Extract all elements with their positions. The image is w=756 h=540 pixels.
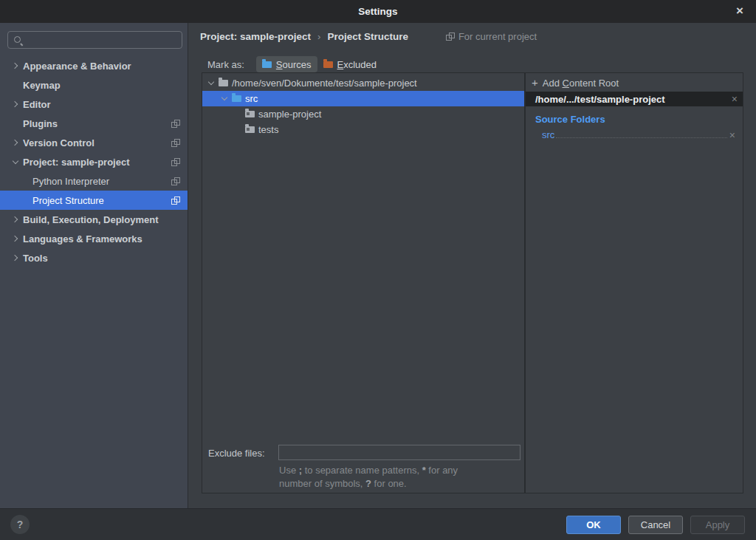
scope-indicator: For current project [446,31,537,42]
chevron-right-icon[interactable] [12,63,18,69]
chevron-down-icon[interactable] [208,79,214,85]
content-root-path: /home/.../test/sample-project [535,94,732,105]
chevron-right-icon[interactable] [12,140,18,146]
sidebar-item-appearance-behavior[interactable]: Appearance & Behavior [0,56,188,75]
add-content-root-label: Add Content Root [543,78,619,89]
footer-buttons: OK Cancel Apply [566,516,745,534]
project-tree: /home/sven/Dokumente/test/sample-project… [202,75,524,137]
tree-row-label: tests [258,124,278,135]
sidebar-item-label: Plugins [23,118,58,129]
folder-icon [219,80,228,86]
sidebar-item-plugins[interactable]: Plugins [0,114,188,133]
mark-as-row: Mark as: Sources Excluded [207,56,382,72]
mark-sources-button[interactable]: Sources [256,56,317,72]
add-content-root-button[interactable]: + Add Content Root [526,75,743,90]
source-folder-row[interactable]: src × [526,127,743,141]
help-button[interactable]: ? [10,515,30,534]
search-input[interactable] [26,35,182,46]
sidebar-item-label: Project: sample-project [23,157,130,168]
settings-sidebar: Appearance & Behavior Keymap Editor Plug… [0,23,188,508]
breadcrumb-separator-icon: › [317,31,320,42]
tree-row-src[interactable]: src [202,91,524,106]
close-icon[interactable]: × [731,2,749,20]
apply-button[interactable]: Apply [690,516,745,534]
ok-button[interactable]: OK [566,516,621,534]
sidebar-item-label: Appearance & Behavior [23,61,131,72]
content-root-row[interactable]: /home/.../test/sample-project × [526,92,743,106]
remove-content-root-icon[interactable]: × [732,93,738,105]
tree-row-label: /home/sven/Dokumente/test/sample-project [232,78,417,89]
sidebar-item-tools[interactable]: Tools [0,248,188,267]
content-root-panel: + Add Content Root /home/.../test/sample… [525,72,743,493]
sidebar-item-version-control[interactable]: Version Control [0,133,188,152]
mark-sources-label: Sources [276,59,312,70]
excluded-folder-icon [323,61,333,68]
sidebar-item-project-structure[interactable]: Project Structure [0,191,188,210]
breadcrumb: Project: sample-project › Project Struct… [200,29,537,44]
chevron-right-icon[interactable] [12,236,18,242]
sidebar-item-label: Python Interpreter [32,176,109,187]
folder-icon [245,111,255,117]
project-tree-panel: /home/sven/Dokumente/test/sample-project… [202,72,525,493]
dialog-footer: ? OK Cancel Apply [0,508,756,540]
sidebar-item-label: Editor [23,99,51,110]
chevron-right-icon[interactable] [12,216,18,222]
exclude-hint-line2: number of symbols, ? for one. [279,478,407,489]
tree-row-tests[interactable]: tests [202,122,524,137]
help-icon: ? [17,519,24,530]
scope-label: For current project [458,31,537,42]
sidebar-item-editor[interactable]: Editor [0,95,188,114]
search-icon [13,35,23,45]
main-content: Project: sample-project › Project Struct… [188,23,756,508]
chevron-right-icon[interactable] [12,101,18,107]
source-folder-name: src [542,129,554,141]
dialog-title: Settings [358,6,397,17]
project-level-icon [171,120,179,128]
sidebar-list: Appearance & Behavior Keymap Editor Plug… [0,56,188,267]
folder-icon [245,126,255,133]
sidebar-item-label: Languages & Frameworks [23,233,142,245]
tree-row-sample-project[interactable]: sample-project [202,106,524,122]
exclude-files-input[interactable] [278,445,520,460]
source-folder-icon [232,95,241,102]
exclude-files-label: Exclude files: [208,448,265,459]
add-icon: + [532,77,538,88]
sidebar-item-build-execution-deployment[interactable]: Build, Execution, Deployment [0,210,188,229]
breadcrumb-project: Project: sample-project [200,31,311,42]
sidebar-item-project-sample-project[interactable]: Project: sample-project [0,152,188,171]
project-level-icon [171,177,179,185]
mark-as-label: Mark as: [207,59,244,70]
sidebar-item-keymap[interactable]: Keymap [0,75,188,95]
chevron-right-icon[interactable] [12,255,18,261]
sidebar-item-label: Project Structure [32,195,104,206]
tree-row-content-root[interactable]: /home/sven/Dokumente/test/sample-project [202,75,524,91]
source-folders-heading: Source Folders [535,114,605,125]
chevron-down-icon[interactable] [221,95,227,100]
mark-excluded-label: Excluded [337,59,377,70]
chevron-down-icon[interactable] [13,157,18,163]
sidebar-item-label: Keymap [23,80,61,91]
exclude-hint-line1: Use ; to separate name patterns, * for a… [279,465,458,476]
sidebar-item-label: Build, Execution, Deployment [23,214,158,225]
sidebar-item-python-interpreter[interactable]: Python Interpreter [0,171,188,191]
mark-excluded-button[interactable]: Excluded [317,56,382,72]
tree-row-label: sample-project [258,109,321,120]
project-level-icon [171,196,179,205]
project-level-icon [171,139,179,147]
search-box[interactable] [7,31,182,49]
cancel-button[interactable]: Cancel [628,516,683,534]
sources-folder-icon [262,61,272,68]
sidebar-item-languages-frameworks[interactable]: Languages & Frameworks [0,229,188,248]
dotted-leader [556,137,726,138]
sidebar-item-label: Version Control [23,137,94,148]
tree-row-label: src [245,93,258,104]
project-level-icon [171,158,179,166]
sidebar-item-label: Tools [23,253,48,264]
dialog-titlebar: Settings × [0,0,756,23]
breadcrumb-page: Project Structure [327,31,408,42]
project-level-icon [446,33,454,41]
remove-source-folder-icon[interactable]: × [729,129,735,141]
